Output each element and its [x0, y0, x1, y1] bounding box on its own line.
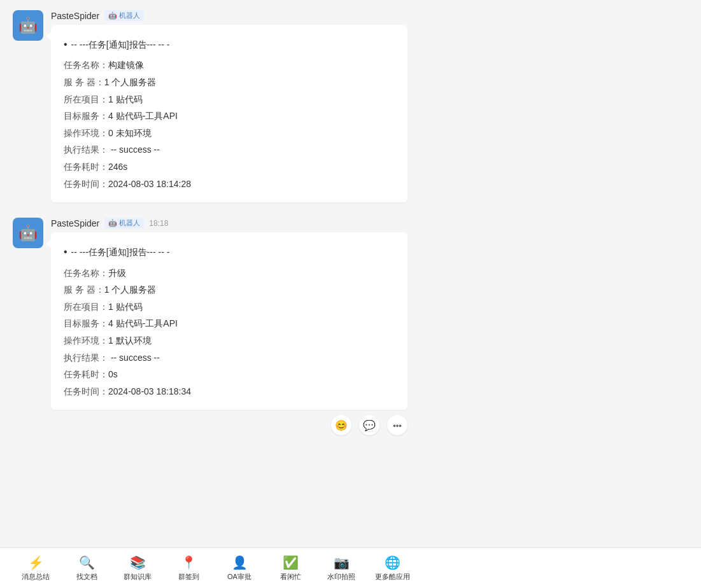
msg-line-1-2: 所在项目：1 贴代码 — [64, 91, 395, 108]
toolbar-icon-5: ✅ — [283, 555, 299, 570]
robot-icon-2: 🤖 — [108, 219, 117, 227]
msg-line-1-4: 操作环境：0 未知环境 — [64, 125, 395, 142]
message-group-2: 🤖 PasteSpider 🤖 机器人 18:18 -- ---任务[通知]报告… — [13, 218, 688, 435]
toolbar-icon-3: 📍 — [181, 555, 197, 570]
message-bubble-2: -- ---任务[通知]报告--- -- - 任务名称：升级 服 务 器：1 个… — [51, 232, 407, 410]
toolbar-label-6: 水印拍照 — [327, 572, 355, 582]
message-content-1: PasteSpider 🤖 机器人 -- ---任务[通知]报告--- -- -… — [51, 10, 688, 202]
msg-line-2-5: 执行结果： -- success -- — [64, 349, 395, 367]
msg-title-1: -- ---任务[通知]报告--- -- - — [64, 35, 395, 54]
toolbar-icon-0: ⚡ — [28, 555, 44, 570]
avatar-2: 🤖 — [13, 218, 43, 248]
toolbar-label-7: 更多酷应用 — [375, 572, 410, 582]
toolbar-icon-1: 🔍 — [79, 555, 95, 570]
msg-line-1-0: 任务名称：构建镜像 — [64, 57, 395, 74]
toolbar-label-1: 找文档 — [76, 572, 97, 582]
bot-icon-1: 🤖 — [18, 17, 38, 34]
more-reaction-button[interactable]: ••• — [387, 415, 407, 435]
message-group-1: 🤖 PasteSpider 🤖 机器人 -- ---任务[通知]报告--- --… — [13, 10, 688, 202]
toolbar-item-0[interactable]: ⚡消息总结 — [10, 552, 61, 584]
toolbar-item-6[interactable]: 📷水印拍照 — [316, 552, 367, 584]
bottom-toolbar: ⚡消息总结🔍找文档📚群知识库📍群签到👤OA审批✅看闲忙📷水印拍照🌐更多酷应用 — [0, 547, 701, 588]
toolbar-icon-7: 🌐 — [385, 555, 400, 570]
message-header-1: PasteSpider 🤖 机器人 — [51, 10, 688, 21]
comment-reaction-button[interactable]: 💬 — [359, 415, 379, 435]
toolbar-icon-2: 📚 — [130, 555, 146, 570]
msg-line-2-4: 操作环境：1 默认环境 — [64, 332, 395, 349]
reaction-bar: 😊 💬 ••• — [51, 415, 407, 435]
toolbar-label-4: OA审批 — [227, 572, 251, 582]
toolbar-item-3[interactable]: 📍群签到 — [163, 552, 214, 584]
sender-tag-1: 🤖 机器人 — [104, 10, 144, 21]
sender-tag-2: 🤖 机器人 — [104, 218, 144, 228]
robot-icon-1: 🤖 — [108, 11, 117, 20]
msg-line-2-7: 任务时间：2024-08-03 18:18:34 — [64, 383, 395, 400]
toolbar-label-3: 群签到 — [178, 572, 199, 582]
emoji-reaction-button[interactable]: 😊 — [331, 415, 351, 435]
msg-line-1-7: 任务时间：2024-08-03 18:14:28 — [64, 176, 395, 193]
msg-line-1-1: 服 务 器：1 个人服务器 — [64, 74, 395, 91]
msg-line-1-3: 目标服务：4 贴代码-工具API — [64, 108, 395, 125]
message-content-2: PasteSpider 🤖 机器人 18:18 -- ---任务[通知]报告--… — [51, 218, 688, 435]
msg-line-2-6: 任务耗时：0s — [64, 366, 395, 383]
message-bubble-1: -- ---任务[通知]报告--- -- - 任务名称：构建镜像 服 务 器：1… — [51, 25, 407, 202]
msg-line-2-2: 所在项目：1 贴代码 — [64, 298, 395, 316]
avatar-1: 🤖 — [13, 10, 43, 41]
message-header-2: PasteSpider 🤖 机器人 18:18 — [51, 218, 688, 228]
msg-line-2-1: 服 务 器：1 个人服务器 — [64, 281, 395, 298]
msg-line-1-5: 执行结果： -- success -- — [64, 141, 395, 158]
toolbar-icon-6: 📷 — [334, 555, 350, 570]
msg-line-2-3: 目标服务：4 贴代码-工具API — [64, 315, 395, 332]
toolbar-item-1[interactable]: 🔍找文档 — [61, 552, 112, 584]
bot-icon-2: 🤖 — [18, 224, 38, 242]
toolbar-item-4[interactable]: 👤OA审批 — [214, 552, 265, 584]
toolbar-label-5: 看闲忙 — [280, 572, 301, 582]
toolbar-icon-4: 👤 — [232, 555, 248, 570]
msg-line-1-6: 任务耗时：246s — [64, 158, 395, 176]
msg-title-2: -- ---任务[通知]报告--- -- - — [64, 242, 395, 262]
chat-wrapper: 🤖 PasteSpider 🤖 机器人 -- ---任务[通知]报告--- --… — [0, 0, 701, 547]
message-time-2: 18:18 — [149, 219, 168, 228]
toolbar-label-2: 群知识库 — [124, 572, 152, 582]
chat-container[interactable]: 🤖 PasteSpider 🤖 机器人 -- ---任务[通知]报告--- --… — [0, 0, 701, 461]
msg-line-2-0: 任务名称：升级 — [64, 265, 395, 282]
sender-name-2: PasteSpider — [51, 218, 99, 228]
toolbar-item-7[interactable]: 🌐更多酷应用 — [367, 552, 418, 584]
toolbar-label-0: 消息总结 — [22, 572, 50, 582]
toolbar-item-2[interactable]: 📚群知识库 — [112, 552, 163, 584]
sender-name-1: PasteSpider — [51, 11, 99, 21]
toolbar-item-5[interactable]: ✅看闲忙 — [265, 552, 316, 584]
